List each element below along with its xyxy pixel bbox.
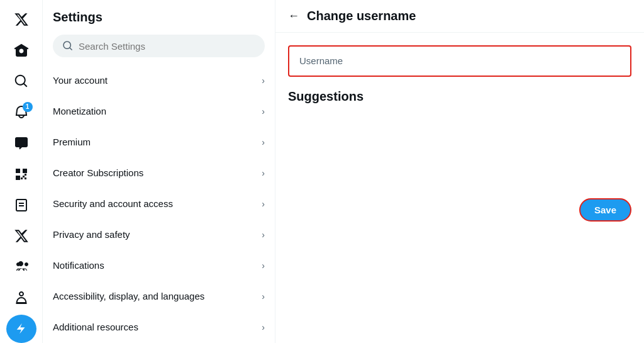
menu-item-label-your-account: Your account bbox=[53, 75, 108, 86]
main-content-area: ← Change username Suggestions Save bbox=[275, 0, 644, 343]
chevron-right-icon: › bbox=[262, 291, 265, 301]
x-pro-icon[interactable] bbox=[6, 222, 36, 250]
main-title: Change username bbox=[307, 9, 416, 23]
menu-item-label-premium: Premium bbox=[53, 137, 91, 147]
menu-item-label-privacy-safety: Privacy and safety bbox=[53, 229, 130, 240]
grok-icon[interactable] bbox=[6, 160, 36, 188]
chevron-right-icon: › bbox=[262, 76, 265, 86]
profile-icon[interactable] bbox=[6, 284, 36, 312]
search-settings-box[interactable] bbox=[53, 35, 265, 57]
username-input[interactable] bbox=[299, 55, 620, 66]
menu-item-notifications[interactable]: Notifications› bbox=[43, 250, 275, 281]
explore-icon[interactable] bbox=[6, 67, 36, 95]
home-icon[interactable] bbox=[6, 36, 36, 64]
menu-item-premium[interactable]: Premium› bbox=[43, 127, 275, 157]
chevron-right-icon: › bbox=[262, 261, 265, 271]
username-input-wrapper[interactable] bbox=[288, 45, 631, 77]
settings-title: Settings bbox=[43, 0, 275, 32]
suggestions-label: Suggestions bbox=[288, 89, 631, 104]
menu-item-label-creator-subscriptions: Creator Subscriptions bbox=[53, 167, 143, 178]
chevron-right-icon: › bbox=[262, 168, 265, 178]
back-button[interactable]: ← bbox=[288, 9, 299, 23]
main-header: ← Change username bbox=[275, 0, 644, 33]
settings-panel: Settings Your account›Monetization›Premi… bbox=[43, 0, 275, 343]
menu-item-monetization[interactable]: Monetization› bbox=[43, 96, 275, 127]
save-button-wrapper: Save bbox=[275, 198, 644, 222]
notifications-icon[interactable]: 1 bbox=[6, 98, 36, 127]
change-username-form: Suggestions bbox=[275, 33, 644, 123]
chevron-right-icon: › bbox=[262, 106, 265, 116]
search-settings-wrapper bbox=[43, 32, 275, 65]
notification-count: 1 bbox=[23, 102, 33, 112]
chevron-right-icon: › bbox=[262, 230, 265, 240]
messages-icon[interactable] bbox=[6, 129, 36, 157]
save-button[interactable]: Save bbox=[579, 198, 631, 222]
menu-item-privacy-safety[interactable]: Privacy and safety› bbox=[43, 219, 275, 250]
menu-item-label-monetization: Monetization bbox=[53, 106, 106, 116]
chevron-right-icon: › bbox=[262, 199, 265, 209]
chevron-right-icon: › bbox=[262, 137, 265, 147]
menu-item-creator-subscriptions[interactable]: Creator Subscriptions› bbox=[43, 157, 275, 188]
search-settings-input[interactable] bbox=[79, 41, 255, 52]
chevron-right-icon: › bbox=[262, 322, 265, 332]
settings-menu: Your account›Monetization›Premium›Creato… bbox=[43, 65, 275, 343]
x-logo-icon[interactable] bbox=[6, 5, 36, 33]
lists-icon[interactable] bbox=[6, 191, 36, 219]
menu-item-label-additional-resources: Additional resources bbox=[53, 322, 138, 332]
menu-item-accessibility-display-languages[interactable]: Accessibility, display, and languages› bbox=[43, 281, 275, 312]
menu-item-label-security-account-access: Security and account access bbox=[53, 198, 173, 209]
menu-item-label-notifications: Notifications bbox=[53, 260, 104, 271]
menu-item-label-accessibility-display-languages: Accessibility, display, and languages bbox=[53, 291, 204, 301]
search-settings-icon bbox=[62, 40, 74, 52]
menu-item-additional-resources[interactable]: Additional resources› bbox=[43, 312, 275, 342]
left-navigation: 1 bbox=[0, 0, 43, 343]
menu-item-security-account-access[interactable]: Security and account access› bbox=[43, 188, 275, 219]
menu-item-your-account[interactable]: Your account› bbox=[43, 65, 275, 96]
more-icon[interactable] bbox=[6, 315, 36, 343]
communities-icon[interactable] bbox=[6, 253, 36, 281]
